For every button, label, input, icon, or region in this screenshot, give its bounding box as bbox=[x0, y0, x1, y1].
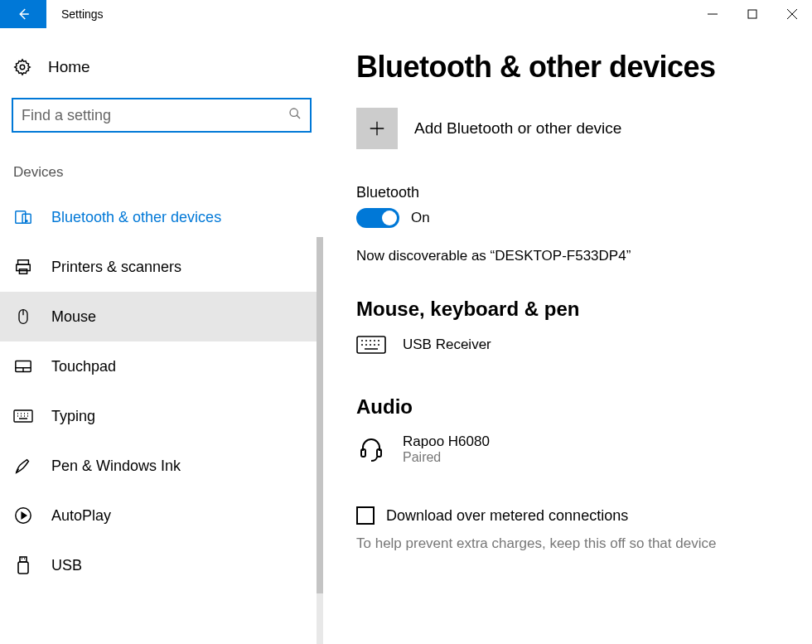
usb-icon bbox=[13, 555, 33, 575]
device-rapoo-h6080[interactable]: Rapoo H6080 Paired bbox=[356, 433, 779, 465]
headset-icon bbox=[356, 436, 386, 462]
svg-rect-11 bbox=[14, 410, 32, 422]
svg-rect-3 bbox=[16, 211, 26, 224]
sidebar-item-autoplay[interactable]: AutoPlay bbox=[0, 491, 323, 540]
sidebar: Home Devices Bluetooth & other devices P… bbox=[0, 28, 323, 644]
window-title: Settings bbox=[46, 0, 118, 28]
sidebar-item-label: Mouse bbox=[51, 308, 96, 326]
svg-rect-13 bbox=[20, 557, 27, 562]
titlebar: Settings bbox=[0, 0, 812, 28]
home-nav-item[interactable]: Home bbox=[0, 51, 323, 83]
device-usb-receiver[interactable]: USB Receiver bbox=[356, 336, 779, 354]
sidebar-item-label: AutoPlay bbox=[51, 507, 111, 525]
sidebar-item-label: Pen & Windows Ink bbox=[51, 458, 181, 475]
metered-checkbox-label: Download over metered connections bbox=[386, 507, 628, 525]
keyboard-icon bbox=[13, 409, 33, 423]
home-label: Home bbox=[48, 58, 90, 76]
search-box[interactable] bbox=[12, 98, 312, 133]
minimize-icon bbox=[708, 9, 718, 19]
autoplay-icon bbox=[13, 506, 33, 525]
back-button[interactable] bbox=[0, 0, 46, 28]
svg-rect-6 bbox=[18, 260, 29, 265]
sidebar-item-bluetooth[interactable]: Bluetooth & other devices bbox=[0, 192, 323, 242]
add-device-label: Add Bluetooth or other device bbox=[414, 119, 621, 138]
sidebar-item-usb[interactable]: USB bbox=[0, 540, 323, 590]
page-title: Bluetooth & other devices bbox=[356, 50, 779, 85]
sidebar-item-label: USB bbox=[51, 557, 82, 574]
add-device-button[interactable]: Add Bluetooth or other device bbox=[356, 108, 779, 149]
svg-rect-8 bbox=[19, 269, 27, 274]
svg-rect-7 bbox=[17, 264, 31, 270]
sidebar-item-typing[interactable]: Typing bbox=[0, 391, 323, 441]
bluetooth-toggle[interactable] bbox=[356, 208, 399, 228]
sidebar-item-printers[interactable]: Printers & scanners bbox=[0, 242, 323, 292]
close-button[interactable] bbox=[772, 0, 812, 28]
close-icon bbox=[786, 8, 798, 20]
input-devices-heading: Mouse, keyboard & pen bbox=[356, 298, 779, 321]
gear-icon bbox=[13, 58, 31, 76]
sidebar-item-label: Touchpad bbox=[51, 358, 116, 375]
back-arrow-icon bbox=[16, 7, 31, 22]
metered-help-text: To help prevent extra charges, keep this… bbox=[356, 533, 779, 554]
sidebar-item-mouse[interactable]: Mouse bbox=[0, 292, 323, 341]
metered-checkbox[interactable] bbox=[356, 506, 375, 525]
minimize-button[interactable] bbox=[693, 0, 732, 28]
mouse-icon bbox=[13, 307, 33, 326]
toggle-knob bbox=[382, 211, 397, 225]
sidebar-item-label: Bluetooth & other devices bbox=[51, 209, 221, 226]
search-icon bbox=[288, 107, 302, 123]
device-name: USB Receiver bbox=[403, 337, 491, 353]
sidebar-item-pen[interactable]: Pen & Windows Ink bbox=[0, 441, 323, 491]
maximize-button[interactable] bbox=[732, 0, 772, 28]
bluetooth-toggle-state: On bbox=[411, 210, 430, 226]
plus-icon bbox=[368, 119, 386, 138]
svg-rect-0 bbox=[748, 10, 756, 18]
pen-icon bbox=[13, 457, 33, 475]
device-name: Rapoo H6080 bbox=[403, 433, 490, 450]
keyboard-device-icon bbox=[356, 336, 386, 354]
svg-rect-14 bbox=[18, 562, 28, 574]
printer-icon bbox=[13, 258, 33, 276]
svg-point-2 bbox=[290, 109, 297, 116]
svg-point-5 bbox=[26, 220, 27, 222]
touchpad-icon bbox=[13, 359, 33, 374]
audio-heading: Audio bbox=[356, 395, 779, 419]
plus-tile bbox=[356, 108, 398, 149]
bluetooth-heading: Bluetooth bbox=[356, 184, 779, 201]
maximize-icon bbox=[747, 9, 757, 19]
bluetooth-devices-icon bbox=[13, 208, 33, 226]
sidebar-scrollbar-thumb[interactable] bbox=[317, 237, 323, 593]
svg-point-1 bbox=[20, 65, 25, 70]
sidebar-item-label: Printers & scanners bbox=[51, 259, 181, 276]
search-input[interactable] bbox=[22, 107, 288, 124]
sidebar-scrollbar[interactable] bbox=[317, 237, 323, 644]
sidebar-section-header: Devices bbox=[0, 164, 323, 192]
discoverable-text: Now discoverable as “DESKTOP-F533DP4” bbox=[356, 248, 779, 264]
sidebar-item-label: Typing bbox=[51, 408, 95, 425]
main-content: Bluetooth & other devices Add Bluetooth … bbox=[323, 28, 812, 644]
device-status: Paired bbox=[403, 450, 490, 465]
sidebar-item-touchpad[interactable]: Touchpad bbox=[0, 341, 323, 391]
